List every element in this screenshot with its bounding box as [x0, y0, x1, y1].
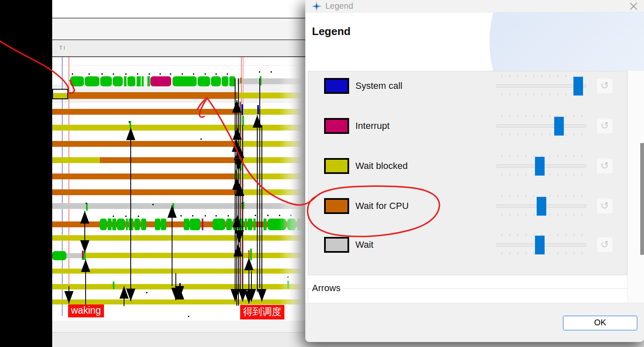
- slider-tick: [542, 115, 542, 117]
- state-segment: [52, 251, 66, 260]
- state-segment: [85, 76, 99, 86]
- state-segment: [147, 76, 150, 86]
- row-divider: [52, 65, 305, 65]
- reset-opacity-button[interactable]: ↺: [596, 198, 613, 214]
- legend-color-swatch[interactable]: [324, 78, 349, 94]
- slider-thumb[interactable]: [573, 77, 583, 96]
- event-dot: [227, 73, 228, 75]
- dependency-arrow: [130, 128, 131, 301]
- slider-tick: [550, 133, 550, 136]
- event-tick: [242, 116, 244, 126]
- opacity-slider[interactable]: [497, 84, 586, 88]
- slider-tick: [582, 115, 582, 117]
- reset-opacity-button[interactable]: ↺: [596, 118, 613, 134]
- column-header-label: TI: [59, 45, 66, 51]
- ok-button[interactable]: OK: [563, 316, 637, 330]
- timegraph-canvas[interactable]: waking得到调度: [52, 57, 305, 320]
- slider-tick: [534, 75, 534, 77]
- opacity-slider[interactable]: [497, 124, 586, 128]
- slider-tick: [550, 93, 550, 96]
- slider-thumb[interactable]: [535, 157, 545, 176]
- slider-thumb[interactable]: [537, 197, 546, 216]
- slider-tick: [542, 133, 542, 136]
- slider-thumb[interactable]: [554, 117, 564, 136]
- state-segment: [68, 92, 238, 99]
- slider-tick: [558, 214, 558, 216]
- slider-tick: [582, 195, 582, 197]
- legend-color-swatch[interactable]: [324, 118, 349, 134]
- slider-tick: [502, 115, 502, 117]
- slider-tick: [502, 93, 502, 96]
- state-segment: [131, 219, 133, 230]
- arrowhead-up: [235, 146, 244, 158]
- state-segment: [52, 109, 238, 115]
- event-dot: [149, 73, 150, 75]
- event-dot: [205, 73, 206, 75]
- slider-tick: [517, 75, 518, 77]
- event-tick: [86, 203, 88, 211]
- legend-row-label: System call: [355, 80, 402, 91]
- legend-color-swatch[interactable]: [324, 237, 349, 253]
- slider-tick: [510, 93, 510, 96]
- event-dot: [170, 73, 171, 75]
- slider-tick: [574, 174, 574, 176]
- slider-tick: [550, 234, 550, 236]
- slider-tick: [558, 155, 558, 157]
- event-dot: [146, 292, 147, 293]
- reset-opacity-button[interactable]: ↺: [596, 158, 613, 174]
- slider-tick: [510, 234, 510, 236]
- state-segment: [184, 219, 189, 230]
- slider-tick: [526, 75, 526, 77]
- legend-color-swatch[interactable]: [324, 158, 349, 174]
- event-dot: [182, 73, 183, 75]
- reset-opacity-button[interactable]: ↺: [596, 78, 613, 94]
- state-segment: [142, 76, 144, 86]
- slider-tick: [534, 155, 534, 157]
- slider-tick: [526, 234, 526, 236]
- selected-state-box[interactable]: [52, 89, 68, 99]
- state-segment: [213, 219, 225, 230]
- timegraph-column-header[interactable]: TI: [52, 40, 305, 56]
- arrowhead-up: [167, 205, 177, 218]
- slider-tick: [510, 115, 510, 117]
- scrollbar-thumb[interactable]: [640, 143, 644, 255]
- arrowhead-up: [244, 258, 254, 270]
- state-segment: [52, 174, 238, 179]
- slider-tick: [517, 195, 518, 197]
- slider-tick: [574, 195, 574, 197]
- arrowhead-up: [81, 259, 90, 272]
- arrowhead-up: [233, 244, 243, 256]
- slider-tick: [582, 252, 582, 254]
- legend-color-swatch[interactable]: [324, 198, 349, 214]
- legend-heading: Legend: [312, 25, 350, 38]
- event-dot: [129, 121, 130, 123]
- arrowhead-down: [234, 158, 243, 171]
- state-segment: [254, 219, 256, 230]
- arrowhead-down: [64, 291, 74, 304]
- close-icon[interactable]: [629, 2, 638, 11]
- reset-opacity-button[interactable]: ↺: [596, 237, 613, 253]
- slider-tick: [558, 195, 558, 197]
- slider-thumb[interactable]: [535, 236, 545, 254]
- app-toolbar-area: [52, 0, 305, 18]
- dialog-scrollbar[interactable]: [627, 71, 644, 303]
- slider-tick: [502, 155, 502, 157]
- red-annotation-label: 得到调度: [240, 305, 284, 319]
- dialog-titlebar[interactable]: Legend: [305, 0, 644, 13]
- arrowhead-down: [80, 240, 89, 253]
- state-segment: [161, 219, 166, 230]
- slider-tick: [550, 155, 550, 157]
- event-tick: [113, 282, 114, 289]
- state-segment: [52, 125, 305, 131]
- event-dot: [241, 203, 243, 204]
- slider-tick: [566, 214, 566, 216]
- state-segment: [202, 219, 203, 230]
- event-dot: [101, 73, 103, 75]
- slider-tick: [566, 115, 566, 117]
- slider-tick: [534, 234, 534, 236]
- slider-tick: [502, 75, 502, 77]
- slider-tick: [558, 93, 558, 96]
- slider-tick: [574, 234, 574, 236]
- slider-tick: [534, 174, 534, 176]
- slider-tick: [550, 195, 550, 197]
